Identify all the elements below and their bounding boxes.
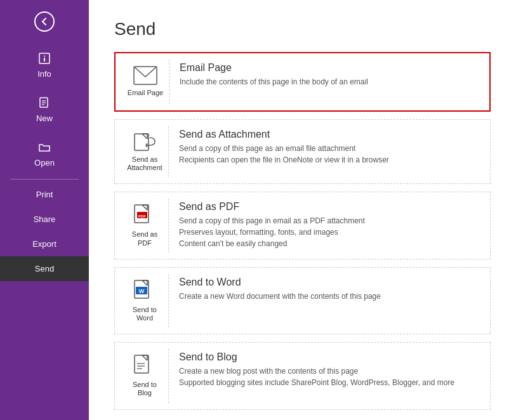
svg-rect-2 <box>44 58 45 62</box>
back-icon <box>34 11 55 32</box>
option-send-word[interactable]: W Send toWord Send to Word Create a new … <box>114 267 491 334</box>
email-page-title: Email Page <box>180 62 483 74</box>
send-word-text: Send to Word Create a new Word document … <box>179 274 484 302</box>
sidebar-item-send[interactable]: Send <box>0 256 89 281</box>
svg-text:W: W <box>139 287 145 294</box>
sidebar-item-new-label: New <box>36 114 53 123</box>
send-word-title: Send to Word <box>179 277 484 288</box>
sidebar-divider <box>10 179 79 180</box>
send-pdf-icon: PDF <box>133 204 156 226</box>
svg-line-9 <box>142 134 147 139</box>
send-attachment-icon-label: Send asAttachment <box>127 155 162 172</box>
sidebar-item-export-label: Export <box>32 239 56 249</box>
sidebar-nav: Info New Open <box>0 43 89 420</box>
send-blog-icon-box: Send toBlog <box>121 349 169 402</box>
email-page-icon <box>133 66 157 85</box>
option-send-pdf[interactable]: PDF Send asPDF Send as PDF Send a copy o… <box>114 192 491 259</box>
send-blog-desc: Create a new blog post with the contents… <box>179 365 484 388</box>
sidebar-item-open[interactable]: Open <box>0 132 89 176</box>
svg-point-1 <box>44 56 45 57</box>
send-attachment-title: Send as Attachment <box>179 129 484 140</box>
email-page-icon-label: Email Page <box>128 89 163 97</box>
send-blog-text: Send to Blog Create a new blog post with… <box>179 349 484 388</box>
svg-text:PDF: PDF <box>138 214 146 218</box>
email-page-desc: Include the contents of this page in the… <box>180 76 483 88</box>
open-icon <box>38 141 51 155</box>
svg-line-19 <box>142 355 147 360</box>
send-word-desc: Create a new Word document with the cont… <box>179 291 484 302</box>
send-attachment-desc: Send a copy of this page as an email fil… <box>179 143 484 166</box>
option-send-attachment[interactable]: Send asAttachment Send as Attachment Sen… <box>114 119 491 184</box>
option-email-page[interactable]: Email Page Email Page Include the conten… <box>114 52 491 112</box>
new-icon <box>38 96 51 111</box>
sidebar-item-new[interactable]: New <box>0 88 89 132</box>
email-page-text: Email Page Include the contents of this … <box>180 60 483 88</box>
info-icon <box>38 52 51 67</box>
svg-line-15 <box>142 280 147 285</box>
send-attachment-text: Send as Attachment Send a copy of this p… <box>179 126 484 166</box>
option-send-blog[interactable]: Send toBlog Send to Blog Create a new bl… <box>114 342 491 409</box>
page-title: Send <box>114 19 491 39</box>
sidebar-item-print[interactable]: Print <box>0 182 89 207</box>
sidebar-item-print-label: Print <box>36 190 53 199</box>
back-button[interactable] <box>0 0 89 43</box>
svg-line-11 <box>142 205 147 210</box>
svg-rect-8 <box>135 134 149 150</box>
sidebar-item-send-label: Send <box>35 264 54 273</box>
send-blog-icon-label: Send toBlog <box>133 381 157 397</box>
send-pdf-icon-label: Send asPDF <box>132 230 157 247</box>
send-word-icon-label: Send toWord <box>133 306 157 322</box>
send-pdf-icon-box: PDF Send asPDF <box>121 199 169 252</box>
send-word-icon-box: W Send toWord <box>121 274 169 327</box>
sidebar-item-share[interactable]: Share <box>0 207 89 232</box>
send-blog-title: Send to Blog <box>179 351 484 363</box>
send-word-icon: W <box>133 279 156 302</box>
send-pdf-title: Send as PDF <box>179 201 484 213</box>
svg-rect-18 <box>135 355 149 373</box>
send-pdf-text: Send as PDF Send a copy of this page in … <box>179 199 484 249</box>
send-attachment-icon-box: Send asAttachment <box>121 126 169 177</box>
send-pdf-desc: Send a copy of this page in email as a P… <box>179 215 484 249</box>
main-content: Send Email Page Email Page Include the c… <box>89 0 516 420</box>
sidebar: Info New Open <box>0 0 89 420</box>
sidebar-item-open-label: Open <box>34 158 55 167</box>
sidebar-item-export[interactable]: Export <box>0 232 89 256</box>
sidebar-item-info-label: Info <box>37 69 51 79</box>
sidebar-item-info[interactable]: Info <box>0 43 89 88</box>
sidebar-item-share-label: Share <box>34 214 56 224</box>
email-page-icon-box: Email Page <box>122 60 169 104</box>
send-blog-icon <box>133 354 156 377</box>
send-attachment-icon <box>133 131 156 152</box>
